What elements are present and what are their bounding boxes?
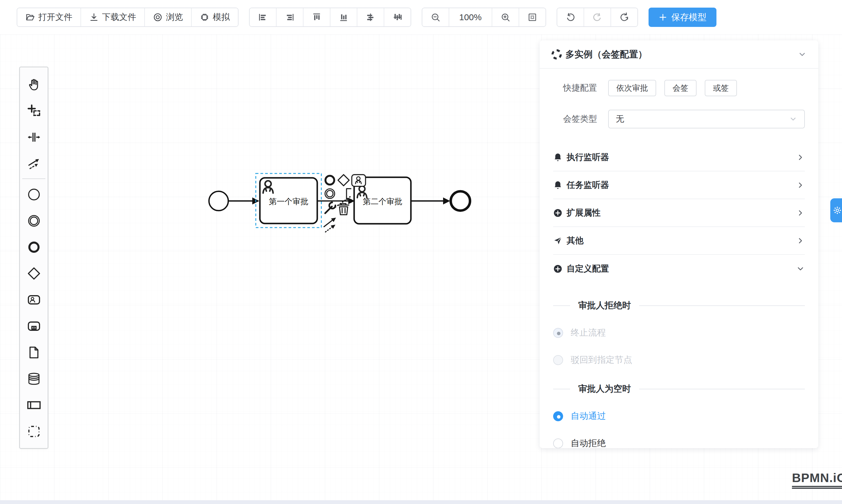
simulate-button[interactable]: 模拟	[192, 8, 238, 26]
chevron-right-icon	[796, 209, 805, 217]
align-top-button[interactable]	[303, 8, 330, 26]
start-event-icon	[27, 188, 41, 201]
sequence-flow-1[interactable]	[229, 197, 259, 204]
align-bottom-button[interactable]	[330, 8, 357, 26]
subprocess-icon	[27, 319, 41, 333]
section-custom-config[interactable]: 自定义配置	[553, 255, 805, 283]
plus-circle-icon	[553, 208, 562, 218]
chevron-down-icon	[796, 265, 805, 273]
group-icon	[27, 425, 41, 438]
global-connect-tool[interactable]	[20, 150, 48, 177]
bell-icon	[553, 153, 562, 162]
lasso-tool[interactable]	[20, 98, 48, 124]
chevron-right-icon	[796, 153, 805, 162]
radio-terminate-process[interactable]: 终止流程	[553, 327, 805, 339]
section-label: 自定义配置	[567, 263, 796, 275]
align-left-button[interactable]	[250, 8, 277, 26]
panel-header[interactable]: 多实例（会签配置）	[540, 40, 818, 69]
align-bottom-icon	[339, 12, 349, 22]
align-right-button[interactable]	[277, 8, 303, 26]
download-file-label: 下载文件	[102, 12, 136, 23]
participant-icon	[27, 398, 41, 412]
quick-option-orsign[interactable]: 或签	[705, 80, 737, 96]
section-label: 任务监听器	[567, 179, 796, 191]
create-intermediate-event[interactable]	[20, 208, 48, 234]
lasso-tool-icon	[27, 104, 41, 118]
section-label: 其他	[567, 235, 796, 247]
create-participant[interactable]	[20, 392, 48, 418]
properties-panel: 多实例（会签配置） 快捷配置 依次审批 会签 或签 会签类型 无 执行监听器	[540, 40, 818, 448]
task-first-approval[interactable]: 第一个审批	[260, 178, 317, 223]
top-toolbar: 打开文件 下载文件 浏览 模拟	[0, 0, 842, 35]
reset-button[interactable]	[611, 8, 637, 26]
create-data-store[interactable]	[20, 366, 48, 392]
zoom-out-button[interactable]	[422, 8, 449, 26]
radio-icon	[553, 438, 563, 448]
create-end-event[interactable]	[20, 234, 48, 260]
radio-return-to-node[interactable]: 驳回到指定节点	[553, 354, 805, 366]
append-end-event-icon	[326, 176, 334, 184]
undo-button[interactable]	[557, 8, 584, 26]
distribute-vertical-button[interactable]	[384, 8, 410, 26]
end-event[interactable]	[451, 191, 470, 211]
sign-type-row: 会签类型 无	[553, 110, 805, 128]
task1-label: 第一个审批	[269, 197, 309, 206]
create-start-event[interactable]	[20, 181, 48, 208]
radio-icon	[553, 328, 563, 338]
file-button-group: 打开文件 下载文件 浏览 模拟	[17, 7, 239, 27]
text-annotation-icon	[347, 189, 351, 199]
empty-group-title: 审批人为空时	[553, 383, 805, 395]
radio-auto-pass[interactable]: 自动通过	[553, 410, 805, 422]
chevron-down-icon	[789, 115, 797, 123]
settings-tab[interactable]	[830, 198, 842, 222]
section-task-listener[interactable]: 任务监听器	[553, 172, 805, 199]
sign-type-select[interactable]: 无	[608, 110, 805, 128]
radio-auto-reject[interactable]: 自动拒绝	[553, 437, 805, 448]
quick-option-countersign[interactable]: 会签	[664, 80, 697, 96]
quick-config-label: 快捷配置	[553, 82, 597, 94]
sequence-flow-2[interactable]	[318, 198, 355, 204]
bpmn-io-logo[interactable]: BPMN.iO	[792, 471, 842, 489]
create-group[interactable]	[20, 418, 48, 445]
open-file-button[interactable]: 打开文件	[17, 8, 81, 26]
create-user-task[interactable]	[20, 287, 48, 313]
radio-icon	[553, 411, 563, 421]
data-store-icon	[27, 372, 41, 385]
append-gateway-icon	[338, 175, 349, 186]
save-model-button[interactable]: 保存模型	[649, 7, 716, 27]
shape-palette	[19, 67, 48, 449]
section-extended-properties[interactable]: 扩展属性	[553, 199, 805, 227]
create-subprocess[interactable]	[20, 313, 48, 339]
create-data-object[interactable]	[20, 339, 48, 366]
zoom-out-icon	[431, 12, 440, 22]
chevron-down-icon[interactable]	[798, 50, 807, 59]
end-event-icon	[27, 240, 41, 254]
space-tool[interactable]	[20, 124, 48, 150]
data-object-icon	[27, 346, 41, 359]
section-execution-listener[interactable]: 执行监听器	[553, 144, 805, 172]
zoom-in-icon	[501, 12, 510, 22]
section-other[interactable]: 其他	[553, 227, 805, 255]
fit-viewport-button[interactable]	[519, 8, 545, 26]
download-file-button[interactable]: 下载文件	[81, 8, 145, 26]
trash-icon	[338, 203, 349, 215]
hand-tool[interactable]	[20, 71, 48, 98]
palette-separator	[22, 178, 46, 179]
redo-button[interactable]	[584, 8, 611, 26]
preview-button[interactable]: 浏览	[145, 8, 192, 26]
bell-icon	[553, 180, 562, 190]
folder-open-icon	[25, 13, 35, 22]
open-file-label: 打开文件	[38, 12, 72, 23]
quick-option-sequential[interactable]: 依次审批	[608, 80, 656, 96]
quick-config-row: 快捷配置 依次审批 会签 或签	[553, 80, 805, 96]
panel-sections: 执行监听器 任务监听器 扩展属性 其他 自定义配置	[553, 144, 805, 283]
preview-label: 浏览	[166, 12, 183, 23]
plus-circle-icon	[553, 264, 562, 273]
start-event[interactable]	[209, 191, 228, 211]
zoom-in-button[interactable]	[492, 8, 519, 26]
sequence-flow-3[interactable]	[411, 197, 450, 204]
sign-type-value: 无	[616, 113, 789, 125]
create-gateway[interactable]	[20, 260, 48, 287]
distribute-horizontal-button[interactable]	[357, 8, 384, 26]
distribute-vertical-icon	[392, 12, 402, 22]
